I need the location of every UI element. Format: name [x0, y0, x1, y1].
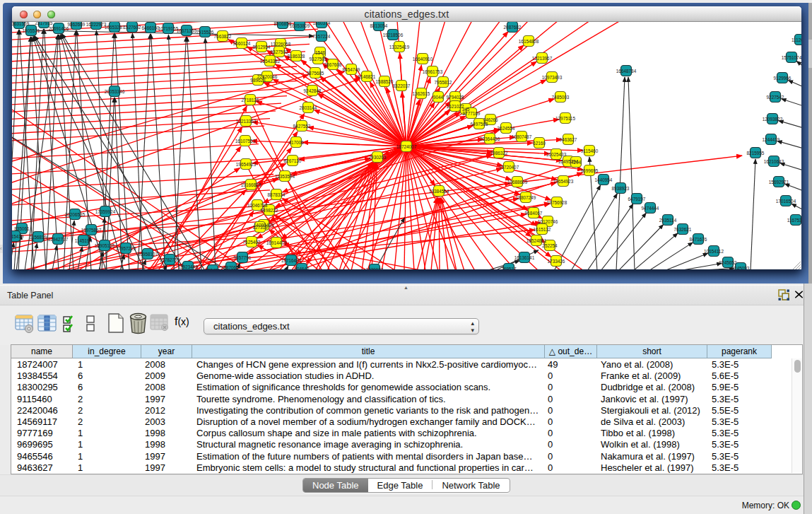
svg-text:19384554: 19384554 — [429, 189, 449, 194]
svg-text:10654112: 10654112 — [704, 249, 724, 254]
svg-text:1905571: 1905571 — [23, 28, 40, 33]
svg-text:2718126: 2718126 — [242, 98, 259, 103]
svg-text:9474444: 9474444 — [642, 206, 659, 211]
svg-text:19218506: 19218506 — [383, 33, 404, 37]
svg-text:2867608: 2867608 — [324, 62, 342, 67]
svg-text:8322037: 8322037 — [393, 83, 411, 88]
svg-text:417006: 417006 — [288, 140, 304, 145]
svg-text:3624554: 3624554 — [498, 126, 515, 131]
svg-text:9684067: 9684067 — [525, 211, 543, 216]
svg-text:17359924: 17359924 — [95, 209, 116, 214]
svg-text:8813054: 8813054 — [370, 23, 388, 28]
svg-text:18807249: 18807249 — [516, 195, 536, 200]
svg-text:18724007: 18724007 — [396, 144, 417, 149]
svg-text:9245652: 9245652 — [719, 260, 737, 265]
svg-text:9115460: 9115460 — [581, 148, 599, 153]
svg-text:12213967: 12213967 — [532, 56, 553, 61]
svg-text:12905135: 12905135 — [95, 243, 115, 248]
svg-text:8878334: 8878334 — [268, 192, 286, 197]
svg-text:16782759: 16782759 — [160, 257, 180, 262]
svg-text:1244419: 1244419 — [763, 137, 780, 142]
svg-text:10046738: 10046738 — [247, 203, 268, 208]
svg-text:10973493: 10973493 — [542, 75, 563, 80]
svg-text:3875685: 3875685 — [307, 71, 324, 76]
svg-text:18524861: 18524861 — [526, 238, 547, 243]
svg-text:19756928: 19756928 — [547, 200, 567, 205]
svg-text:9129966: 9129966 — [774, 76, 792, 81]
svg-text:15720407: 15720407 — [499, 165, 519, 170]
svg-text:1860374: 1860374 — [313, 22, 331, 25]
svg-text:9498222: 9498222 — [261, 208, 278, 213]
svg-text:10025433: 10025433 — [546, 152, 567, 157]
svg-text:1588520: 1588520 — [376, 79, 394, 84]
svg-text:6466160: 6466160 — [142, 25, 160, 30]
svg-text:19654923: 19654923 — [236, 162, 257, 167]
svg-text:16961753: 16961753 — [423, 69, 443, 74]
svg-text:7515526: 7515526 — [196, 30, 214, 35]
svg-text:8215955: 8215955 — [747, 151, 765, 156]
svg-text:62160: 62160 — [533, 141, 546, 146]
svg-text:7485003: 7485003 — [552, 95, 570, 100]
svg-text:15716485: 15716485 — [281, 258, 302, 263]
svg-text:1440954: 1440954 — [595, 177, 613, 182]
svg-text:8471676: 8471676 — [690, 237, 707, 242]
svg-text:11353594: 11353594 — [275, 174, 295, 179]
svg-text:12213363: 12213363 — [236, 119, 257, 124]
svg-text:16136141: 16136141 — [514, 255, 535, 260]
svg-text:20053346: 20053346 — [105, 89, 125, 94]
svg-text:9660124: 9660124 — [233, 41, 251, 46]
svg-text:20691406: 20691406 — [49, 26, 69, 31]
svg-text:2930203: 2930203 — [369, 155, 387, 160]
svg-text:16543382: 16543382 — [260, 59, 281, 64]
svg-text:1112037: 1112037 — [792, 37, 801, 42]
svg-text:15751074: 15751074 — [782, 55, 801, 60]
svg-text:9862669: 9862669 — [68, 22, 86, 27]
svg-text:12942737: 12942737 — [48, 237, 69, 242]
svg-text:1733426: 1733426 — [548, 259, 565, 264]
svg-text:9245093: 9245093 — [732, 266, 750, 270]
svg-text:13226058: 13226058 — [271, 42, 291, 47]
svg-text:9327505: 9327505 — [310, 57, 327, 62]
svg-text:16210643: 16210643 — [764, 159, 784, 164]
svg-text:10807487: 10807487 — [512, 134, 532, 139]
svg-text:4204: 4204 — [571, 160, 582, 165]
svg-text:7625402: 7625402 — [243, 240, 261, 245]
svg-text:9044: 9044 — [433, 95, 444, 100]
svg-text:13325419: 13325419 — [389, 45, 410, 49]
svg-text:2317915: 2317915 — [35, 22, 53, 25]
svg-text:1615132: 1615132 — [534, 227, 551, 232]
svg-text:8454749: 8454749 — [343, 67, 360, 72]
svg-text:10688609: 10688609 — [507, 180, 528, 185]
svg-text:104642: 104642 — [294, 267, 310, 270]
svg-text:9227542: 9227542 — [767, 95, 784, 100]
svg-text:7663822: 7663822 — [214, 34, 232, 39]
svg-text:19975867: 19975867 — [81, 228, 102, 233]
svg-text:17016504: 17016504 — [776, 199, 796, 204]
svg-text:127319: 127319 — [252, 225, 268, 230]
svg-text:7986322: 7986322 — [490, 151, 508, 156]
svg-text:2935114: 2935114 — [659, 218, 677, 223]
svg-text:252254: 252254 — [542, 243, 558, 248]
svg-text:9777169: 9777169 — [463, 111, 481, 116]
svg-text:1167533: 1167533 — [787, 218, 801, 223]
svg-text:769517: 769517 — [501, 267, 517, 270]
svg-text:20206535: 20206535 — [65, 212, 86, 217]
svg-text:16914479: 16914479 — [266, 240, 287, 245]
svg-text:16648784: 16648784 — [616, 69, 637, 74]
svg-text:19166829: 19166829 — [241, 182, 261, 187]
svg-text:16053809: 16053809 — [290, 23, 310, 28]
svg-text:1156819: 1156819 — [30, 235, 47, 240]
svg-text:887061: 887061 — [223, 265, 239, 270]
svg-text:17957225: 17957225 — [116, 246, 136, 251]
svg-text:20364436: 20364436 — [480, 136, 500, 141]
svg-text:2087682: 2087682 — [504, 25, 522, 30]
svg-text:989623: 989623 — [250, 78, 266, 83]
svg-text:1145194: 1145194 — [75, 238, 93, 243]
svg-text:835061: 835061 — [14, 226, 30, 231]
svg-text:16107553: 16107553 — [235, 139, 256, 144]
svg-text:10719155: 10719155 — [158, 26, 179, 31]
svg-text:992450: 992450 — [205, 268, 220, 270]
svg-text:8912954: 8912954 — [253, 45, 271, 49]
svg-text:1362615: 1362615 — [413, 91, 430, 96]
svg-text:16154808: 16154808 — [519, 39, 539, 44]
